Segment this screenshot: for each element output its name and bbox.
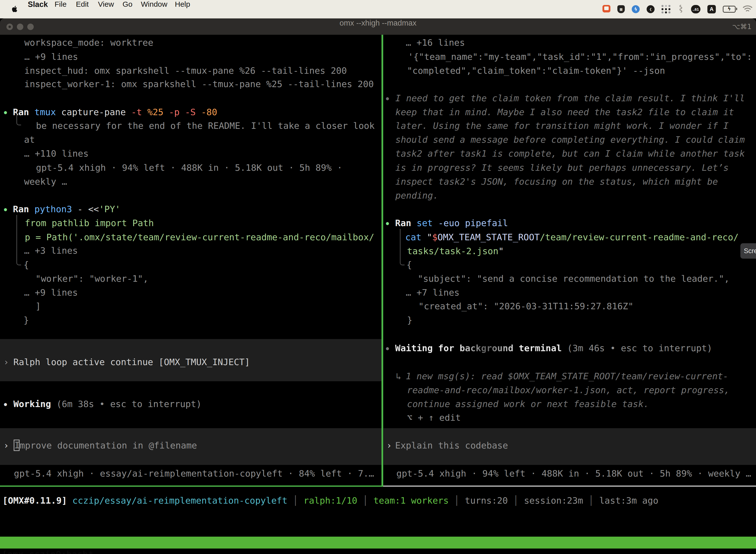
menu-item-window[interactable]: Window	[141, 0, 168, 18]
code-line: p = Path('.omx/state/team/review-current…	[25, 230, 374, 244]
thinking-line: should send a message before completing …	[395, 132, 745, 147]
thinking-line: pending.	[395, 188, 438, 203]
working-bullet-icon: ●	[4, 397, 7, 411]
screen: Slack File Edit View Go Window Help ▦ ϟ …	[0, 0, 756, 554]
apple-menu-icon[interactable]	[11, 5, 17, 13]
left-session-status: gpt-5.4 xhigh · essay/ai-reimplementatio…	[14, 466, 374, 481]
input-placeholder: Explain this codebase	[395, 438, 508, 453]
mailbox-message-line: readme-and-reco/mailbox/worker-1.json, a…	[407, 383, 730, 397]
thinking-line: task2 after task1 is complete, but can I…	[395, 147, 745, 161]
right-pane-border	[383, 486, 756, 487]
output-line: }	[23, 313, 29, 327]
blue-bolt-badge-icon[interactable]: ϟ	[632, 5, 640, 13]
text-cursor: I	[14, 440, 19, 451]
output-line: weekly …	[24, 174, 67, 189]
command-bullet-icon: ●	[4, 105, 7, 119]
waiting-label: Waiting for background terminal	[395, 343, 562, 353]
command-bullet-icon: ●	[4, 202, 7, 216]
command-bullet-icon: ●	[386, 216, 389, 230]
chat-bubble-icon[interactable]	[603, 5, 611, 13]
thinking-line: later. Using the same for transition mig…	[395, 119, 729, 133]
edit-hint: ⌥ + ↑ edit	[407, 410, 461, 425]
ran-cat-command-line: ● Ran set -euo pipefail	[383, 216, 756, 230]
wifi-icon[interactable]	[743, 5, 753, 13]
ralph-banner-text: Ralph loop active continue [OMX_TMUX_INJ…	[13, 355, 250, 369]
waiting-bullet-icon: ●	[386, 341, 389, 355]
thinking-line: inspect task2's JSON, focusing on the st…	[395, 174, 718, 189]
output-line: "subject": "send a concise recommendatio…	[418, 272, 730, 286]
tmux-status-bar: [omx-cczip0:bash* "MacBook-Pro-44.local"…	[0, 537, 756, 549]
ran-python-command-line: ● Ran python3 - <<'PY'	[0, 202, 381, 216]
pane-divider[interactable]	[381, 35, 383, 487]
thinking-line: is in progress? It seems likely but perh…	[395, 161, 729, 175]
menu-item-view[interactable]: View	[98, 0, 114, 18]
right-pane[interactable]: … +16 lines '{"team_name":"my-team","tas…	[383, 35, 756, 486]
ran-tmux-command-line: ● Ran tmux capture-pane -t %25 -p -S -80	[0, 105, 381, 119]
dots-grid-icon[interactable]	[662, 5, 671, 13]
dark-crescent-icon[interactable]: ❮	[647, 5, 654, 13]
output-line: "created_at": "2026-03-31T11:59:27.816Z"	[419, 299, 633, 314]
output-line: gpt-5.4 xhigh · 94% left · 488K in · 5.1…	[36, 161, 342, 175]
output-line: inspect_worker-1: omx sparkshell --tmux-…	[24, 77, 374, 91]
menu-status-icons: ▦ ϟ ❮ ..61 A ϟ	[603, 0, 753, 18]
menu-bar: Slack File Edit View Go Window Help ▦ ϟ …	[0, 0, 756, 18]
collapsed-lines-indicator[interactable]: … +110 lines	[24, 147, 88, 161]
omx-status-bar: [OMX#0.11.9] cczip/essay/ai-reimplementa…	[2, 493, 658, 508]
output-line: inspect_hud: omx sparkshell --tmux-pane …	[24, 63, 347, 78]
menu-app-name[interactable]: Slack	[28, 0, 48, 18]
badge-61-icon[interactable]: ..61	[691, 5, 700, 13]
terminal-window: omx --xhigh --madmax ⌥⌘1 workspace_mode:…	[0, 18, 756, 554]
input-placeholder: mprove documentation in @filename	[19, 440, 197, 450]
output-line: '{"team_name":"my-team","task_id":"1","f…	[408, 50, 752, 64]
left-pane[interactable]: workspace_mode: worktree … +9 lines insp…	[0, 35, 381, 486]
right-prompt-input[interactable]: › Explain this codebase	[383, 438, 756, 453]
waiting-status-line: ● Waiting for background terminal (3m 46…	[383, 341, 756, 355]
collapsed-lines-indicator[interactable]: … +9 lines	[24, 50, 78, 64]
output-line: {	[406, 258, 412, 272]
thinking-line: I need to get the claim token from the c…	[395, 91, 745, 106]
output-line: {	[23, 258, 29, 272]
omx-last-activity: last:3m ago	[599, 495, 658, 506]
menu-item-help[interactable]: Help	[175, 0, 190, 18]
window-title-bar[interactable]: omx --xhigh --madmax ⌥⌘1	[0, 18, 756, 35]
ralph-banner: › Ralph loop active continue [OMX_TMUX_I…	[0, 355, 381, 369]
omx-turns: turns:20	[465, 495, 508, 506]
output-line: "completed","claim_token":"claim-token"}…	[407, 63, 665, 78]
menu-item-go[interactable]: Go	[123, 0, 132, 18]
thinking-line: keep that in mind. Maybe I also need the…	[395, 105, 734, 119]
menu-item-file[interactable]: File	[55, 0, 66, 18]
omx-version: [OMX#0.11.9]	[2, 495, 67, 506]
omx-team-counter: team:1 workers	[374, 495, 449, 506]
collapsed-lines-indicator[interactable]: … +9 lines	[24, 285, 78, 300]
prompt-chevron: ›	[3, 438, 9, 453]
terminal-content[interactable]: workspace_mode: worktree … +9 lines insp…	[0, 35, 756, 554]
msg-arrow-icon: ↳	[396, 369, 401, 384]
output-line: ]	[36, 299, 41, 314]
shield-grid-icon[interactable]: ▦	[617, 5, 625, 13]
window-title: omx --xhigh --madmax	[0, 19, 756, 27]
tmux-session-name[interactable]: [omx-cczip0:bash*	[2, 549, 93, 554]
battery-icon[interactable]: ϟ	[723, 6, 736, 13]
mailbox-message-line: continue assigned work or next feasible …	[407, 397, 649, 411]
left-prompt-input[interactable]: › Improve documentation in @filename	[0, 438, 381, 453]
prompt-chevron: ›	[386, 438, 392, 453]
output-line: "worker": "worker-1",	[36, 272, 148, 286]
output-line: workspace_mode: worktree	[24, 36, 153, 50]
left-pane-border	[0, 486, 383, 487]
menu-item-edit[interactable]: Edit	[76, 0, 89, 18]
hook-squiggle-icon[interactable]	[678, 4, 684, 14]
thinking-bullet-icon: ●	[386, 91, 389, 106]
output-line: be necessary for the end of the README. …	[36, 119, 375, 133]
right-session-status: gpt-5.4 xhigh · 94% left · 488K in · 5.1…	[396, 466, 751, 481]
collapsed-lines-indicator[interactable]: … +7 lines	[406, 285, 460, 300]
collapsed-lines-indicator[interactable]: … +3 lines	[24, 243, 78, 258]
collapsed-lines-indicator[interactable]: … +16 lines	[406, 36, 465, 50]
output-line: at	[24, 132, 35, 147]
screen-overlay-badge: Scre	[740, 243, 756, 259]
omx-session-time: session:23m	[524, 495, 583, 506]
code-line: from pathlib import Path	[25, 216, 154, 230]
omx-ralph-counter: ralph:1/10	[304, 495, 358, 506]
keyboard-layout-icon[interactable]: A	[707, 5, 716, 13]
omx-path: cczip/essay/ai-reimplementation-copyleft	[67, 495, 288, 506]
window-shortcut-badge: ⌥⌘1	[732, 19, 752, 35]
